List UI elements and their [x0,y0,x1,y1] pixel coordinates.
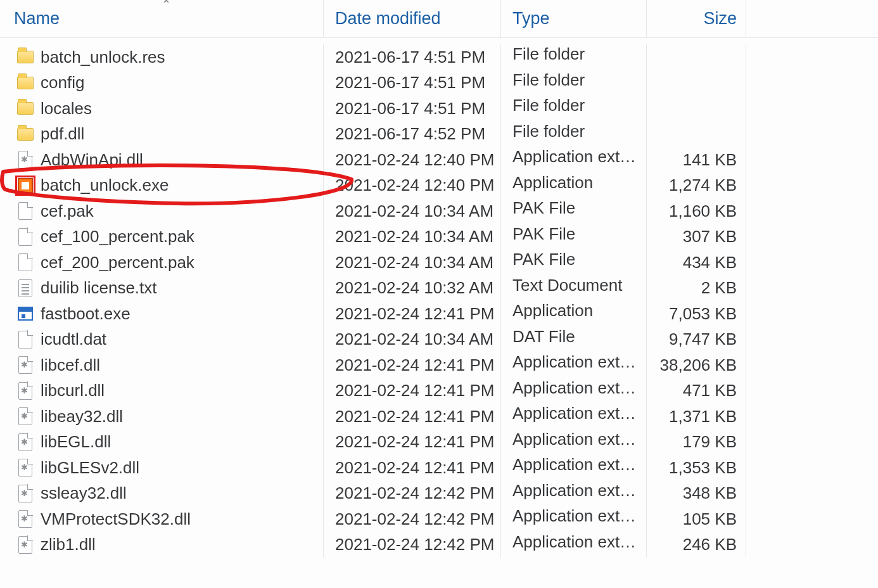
file-name-cell[interactable]: libGLESv2.dll [0,458,323,478]
file-row[interactable]: fastboot.exe2021-02-24 12:41 PMApplicati… [0,301,878,327]
file-row[interactable]: cef_200_percent.pak2021-02-24 10:34 AMPA… [0,250,878,276]
file-date-cell: 2021-02-24 12:41 PM [323,301,500,327]
file-name-label: fastboot.exe [41,304,130,324]
file-row[interactable]: config2021-06-17 4:51 PMFile folder [0,70,878,96]
file-row[interactable]: ssleay32.dll2021-02-24 12:42 PMApplicati… [0,481,878,507]
dll-file-icon [16,536,34,554]
file-date-cell: 2021-02-24 10:34 AM [323,327,500,353]
file-name-cell[interactable]: locales [0,99,323,118]
file-size-cell [646,122,746,148]
application-icon [16,305,34,323]
file-name-cell[interactable]: fastboot.exe [0,304,323,324]
folder-icon [16,99,34,117]
file-name-cell[interactable]: batch_unlock.res [0,48,323,67]
file-name-label: zlib1.dll [41,535,96,554]
file-row[interactable]: libcurl.dll2021-02-24 12:41 PMApplicatio… [0,378,878,404]
file-size-cell: 1,274 KB [646,173,746,199]
generic-file-icon [16,253,34,271]
application-orange-icon [16,177,34,195]
file-type-cell: Application exten... [500,506,646,532]
file-row[interactable]: VMProtectSDK32.dll2021-02-24 12:42 PMApp… [0,506,878,532]
file-row[interactable]: locales2021-06-17 4:51 PMFile folder [0,96,878,122]
file-name-cell[interactable]: pdf.dll [0,124,323,144]
dll-file-icon [16,485,34,502]
column-header-date[interactable]: Date modified [323,0,500,37]
column-header-name[interactable]: Name [0,9,323,29]
file-name-cell[interactable]: VMProtectSDK32.dll [0,509,323,529]
file-date-cell: 2021-02-24 12:40 PM [323,147,500,173]
file-name-label: config [41,73,84,93]
file-date-cell: 2021-02-24 12:41 PM [323,378,500,404]
file-type-cell: File folder [500,122,646,148]
file-date-cell: 2021-02-24 12:41 PM [323,352,500,378]
file-name-cell[interactable]: icudtl.dat [0,329,323,349]
file-date-cell: 2021-02-24 10:34 AM [323,250,500,276]
file-name-label: batch_unlock.exe [41,176,169,195]
file-type-cell: Application exten... [500,404,646,430]
file-name-cell[interactable]: libeay32.dll [0,407,323,426]
column-header-type[interactable]: Type [500,0,646,37]
file-date-cell: 2021-02-24 12:42 PM [323,506,500,532]
file-row[interactable]: libGLESv2.dll2021-02-24 12:41 PMApplicat… [0,455,878,481]
file-row[interactable]: pdf.dll2021-06-17 4:52 PMFile folder [0,122,878,148]
file-name-cell[interactable]: cef_100_percent.pak [0,227,323,246]
file-date-cell: 2021-02-24 12:41 PM [323,404,500,430]
file-row[interactable]: cef.pak2021-02-24 10:34 AMPAK File1,160 … [0,198,878,224]
file-size-cell: 1,160 KB [646,198,746,224]
file-row[interactable]: zlib1.dll2021-02-24 12:42 PMApplication … [0,532,878,558]
file-row[interactable]: cef_100_percent.pak2021-02-24 10:34 AMPA… [0,224,878,250]
file-type-cell: DAT File [500,327,646,353]
file-row[interactable]: libeay32.dll2021-02-24 12:41 PMApplicati… [0,404,878,430]
file-name-cell[interactable]: libcef.dll [0,355,323,375]
file-explorer-list: ⌃ Name Date modified Type Size batch_unl… [0,0,878,558]
column-header-size[interactable]: Size [646,0,746,37]
file-name-label: cef.pak [41,201,94,221]
file-name-label: libGLESv2.dll [41,458,139,478]
file-date-cell: 2021-02-24 10:34 AM [323,198,500,224]
file-name-cell[interactable]: cef_200_percent.pak [0,253,323,272]
file-type-cell: File folder [500,70,646,96]
file-row[interactable]: icudtl.dat2021-02-24 10:34 AMDAT File9,7… [0,327,878,353]
file-size-cell [646,70,746,96]
file-type-cell: Application [500,301,646,327]
file-name-cell[interactable]: config [0,73,323,93]
file-name-label: ssleay32.dll [41,483,127,503]
file-size-cell: 1,371 KB [646,404,746,430]
file-name-cell[interactable]: duilib license.txt [0,278,323,298]
file-row[interactable]: AdbWinApi.dll2021-02-24 12:40 PMApplicat… [0,147,878,173]
file-date-cell: 2021-02-24 12:42 PM [323,532,500,558]
file-row[interactable]: duilib license.txt2021-02-24 10:32 AMTex… [0,276,878,302]
file-type-cell: Application exten... [500,378,646,404]
file-name-label: libcurl.dll [41,381,105,400]
file-name-cell[interactable]: cef.pak [0,201,323,221]
file-type-cell: PAK File [500,198,646,224]
dll-file-icon [16,407,34,425]
file-row[interactable]: libEGL.dll2021-02-24 12:41 PMApplication… [0,430,878,456]
file-name-cell[interactable]: AdbWinApi.dll [0,150,323,170]
file-type-cell: Application exten... [500,455,646,481]
dll-file-icon [16,433,34,451]
file-size-cell: 348 KB [646,481,746,507]
column-header-row: ⌃ Name Date modified Type Size [0,0,878,38]
file-size-cell: 2 KB [646,276,746,302]
file-type-cell: Application exten... [500,532,646,558]
dll-file-icon [16,356,34,374]
file-type-cell: PAK File [500,224,646,250]
file-name-cell[interactable]: libEGL.dll [0,432,323,452]
file-name-cell[interactable]: ssleay32.dll [0,483,323,503]
folder-icon [16,74,34,92]
file-name-label: AdbWinApi.dll [41,150,143,170]
file-name-label: icudtl.dat [41,329,106,349]
file-name-label: pdf.dll [41,124,84,144]
file-date-cell: 2021-02-24 12:40 PM [323,173,500,199]
file-name-cell[interactable]: zlib1.dll [0,535,323,554]
file-row[interactable]: batch_unlock.res2021-06-17 4:51 PMFile f… [0,44,878,70]
file-type-cell: Application [500,173,646,199]
file-row[interactable]: libcef.dll2021-02-24 12:41 PMApplication… [0,352,878,378]
file-date-cell: 2021-02-24 10:34 AM [323,224,500,250]
file-name-label: VMProtectSDK32.dll [41,509,191,529]
file-row[interactable]: batch_unlock.exe2021-02-24 12:40 PMAppli… [0,173,878,199]
file-name-cell[interactable]: batch_unlock.exe [0,176,323,195]
file-type-cell: File folder [500,96,646,122]
file-name-cell[interactable]: libcurl.dll [0,381,323,400]
